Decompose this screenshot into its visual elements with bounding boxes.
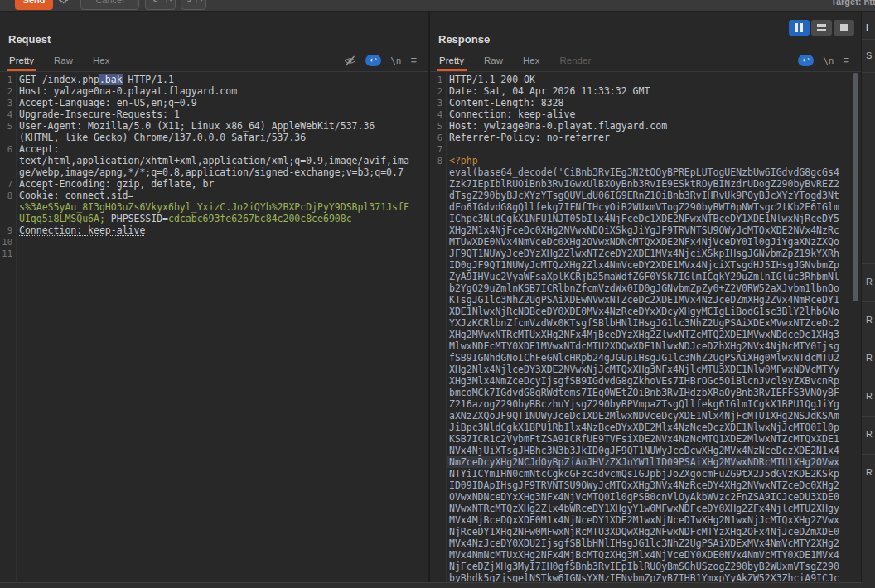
response-line[interactable]: 7	[430, 143, 861, 155]
request-line[interactable]: UIqq5i8LMSQu6A; PHPSESSID=cdcabc693fe626…	[0, 213, 428, 224]
response-line[interactable]: XHg3Mlx4NmZceDcyIjsgfSB9IGdvdG8gZkhoVEs7…	[430, 375, 861, 387]
response-line[interactable]: 5Host: ywlzage0na-0.playat.flagyard.com	[430, 120, 861, 132]
response-line[interactable]: fSB9IGNhdGNoIChFeGNlcHRpb24gJGUpIHsgJG1l…	[430, 352, 861, 364]
newline-icon[interactable]	[823, 55, 834, 67]
response-line[interactable]: MlwxNDFcMTY0XDE1MVwxNTdcMTU2XDQwXDE1Nlwx…	[430, 340, 861, 352]
response-line[interactable]: bmcoMCk7IGdvdG8gRWdtems7IEg0WEtZOiBnb3Rv…	[430, 387, 861, 398]
response-line[interactable]: b2YgQ29uZmlnKSB7ICRlbnZfcmVzdWx0ID0gJGNv…	[430, 282, 861, 294]
response-line[interactable]: XDE1NlwxNjRcNDBceDY0XDE0MVx4NzRceDYxXDcy…	[430, 306, 861, 317]
line-number	[430, 248, 446, 259]
newline-icon[interactable]	[390, 55, 401, 67]
back-arrow-label: <	[146, 0, 166, 5]
menu-icon[interactable]	[410, 55, 417, 66]
inspector-section-header[interactable]: R	[862, 263, 875, 301]
response-line[interactable]: 1HTTP/1.1 200 OK	[430, 74, 861, 85]
response-line[interactable]: 2Date: Sat, 04 Apr 2026 11:33:32 GMT	[430, 85, 861, 97]
response-line[interactable]: MVx4NmNcMTUxXHg2NFx4MjBcMTQzXHg3Mlx4NjVc…	[430, 549, 861, 561]
response-line[interactable]: MVx4MjBceDQxXDE0M1x4NjNceDY1XDE2M1wxNjNc…	[430, 514, 861, 526]
rows-layout-button[interactable]	[811, 20, 832, 36]
word-wrap-icon[interactable]	[798, 55, 814, 66]
inspector-section-header[interactable]: R	[862, 301, 875, 340]
history-back-button[interactable]: <	[145, 0, 176, 10]
response-editor[interactable]: 1HTTP/1.1 200 OK2Date: Sat, 04 Apr 2026 …	[430, 71, 861, 588]
response-line[interactable]: MVx4NzJceDY0XDU2IjsgfSBlbHNlIHsgJG1lc3Nh…	[430, 537, 861, 549]
response-line[interactable]: KSB7ICR1c2VybmFtZSA9ICRfUE9TVFsiXDE2NVx4…	[430, 433, 861, 445]
chevron-down-icon[interactable]	[196, 0, 205, 3]
request-line[interactable]: 6Accept:	[0, 143, 428, 155]
response-line[interactable]: ID09IDApIHsgJF9TRVNTSU9OWyJcMTQxXHg3NVx4…	[430, 480, 861, 491]
response-line[interactable]: XHg2M1x4NjFceDc0XHg2NVwxNDQiXSkgJiYgJF9T…	[430, 224, 861, 236]
response-line[interactable]: XHg2Nlx4NjlceDY3XDE2NVwxNjJcMTQxXHg3NFx4…	[430, 364, 861, 375]
chevron-down-icon[interactable]	[166, 0, 175, 3]
response-line[interactable]: Z216azogZ290byBBczhuYjsgZ290byBPVmpaZTsg…	[430, 398, 861, 410]
response-line[interactable]: eval(base64_decode('CiBnb3RvIEg3N2tQOyBP…	[430, 166, 861, 178]
target-label: Target: htt	[831, 0, 875, 7]
inspector-section-header[interactable]: R	[862, 416, 875, 454]
gear-icon[interactable]	[58, 0, 69, 5]
response-line[interactable]: ZyA9IHVuc2VyaWFsaXplKCRjb25maWdfZGF0YSk7…	[430, 271, 861, 282]
cancel-button[interactable]: Cancel	[80, 0, 139, 10]
menu-icon[interactable]	[843, 55, 849, 66]
response-line[interactable]: 4Connection: keep-alive	[430, 108, 861, 120]
response-scrollbar-thumb[interactable]	[853, 73, 858, 301]
response-line[interactable]: NmZceDcyXHg2NCJdOyBpZiAoJHVzZXJuYW1lID09…	[430, 456, 861, 468]
tab-response-raw[interactable]: Raw	[484, 50, 503, 71]
tab-request-hex[interactable]: Hex	[93, 50, 109, 71]
request-line[interactable]: 10	[0, 236, 428, 248]
request-line[interactable]: 7Accept-Encoding: gzip, deflate, br	[0, 178, 428, 190]
inspector-section-header[interactable]: R	[862, 378, 875, 416]
request-line[interactable]: ge/webp,image/apng,*/*;q=0.8,application…	[0, 166, 428, 178]
tab-request-pretty[interactable]: Pretty	[9, 50, 34, 71]
response-line[interactable]: dFo6IGdvdG8gQllfekg7IFNfTHcyOiB2WUxmVTog…	[430, 201, 861, 213]
tab-request-raw[interactable]: Raw	[54, 50, 73, 71]
line-number	[430, 491, 446, 503]
line-number	[430, 201, 446, 213]
response-line[interactable]: dTsgZ290byBJcXYzYTsgQUVLdU06IG9ERnZ1OiBn…	[430, 190, 861, 201]
response-line[interactable]: MTUwXDE0NVx4NmVceDc0XHg2OVwxNDNcMTQxXDE2…	[430, 236, 861, 248]
response-line[interactable]: JF9QT1NUWyJceDYzXHg2ZlwxNTZceDY2XDE1MVx4…	[430, 248, 861, 259]
line-number: 8	[430, 155, 446, 166]
tab-response-hex[interactable]: Hex	[523, 50, 539, 71]
columns-layout-button[interactable]	[789, 20, 810, 36]
request-line[interactable]: 8Cookie: connect.sid=	[0, 190, 428, 201]
inspector-section-header[interactable]: R	[862, 340, 875, 378]
response-line[interactable]: IChpc3NldCgkX1NFU1NJT05bIlx4NjFceDc1XDE2…	[430, 213, 861, 224]
request-line[interactable]: 2Host: ywlzage0na-0.playat.flagyard.com	[0, 85, 428, 97]
inspector-section-header[interactable]: S	[862, 40, 875, 73]
request-line[interactable]: 3Accept-Language: en-US,en;q=0.9	[0, 97, 428, 108]
response-line[interactable]: 6Referrer-Policy: no-referrer	[430, 132, 861, 143]
tab-response-pretty[interactable]: Pretty	[439, 50, 464, 71]
history-forward-button[interactable]: >	[181, 0, 206, 10]
send-button[interactable]: Send	[15, 0, 53, 10]
single-layout-button[interactable]	[834, 20, 854, 36]
response-line[interactable]: YXJzKCRlbnZfcmVzdWx0KTsgfSBlbHNlIHsgJG1l…	[430, 317, 861, 329]
response-line[interactable]: Zzk7IEpIblRUOiBnb3RvIGwxUlBXOyBnb3RvIE9E…	[430, 178, 861, 190]
response-line[interactable]: 3Content-Length: 8328	[430, 97, 861, 108]
word-wrap-icon[interactable]	[365, 55, 381, 66]
request-line[interactable]: 9Connection: keep-alive	[0, 224, 428, 236]
response-line[interactable]: OVwxNDNceDYxXHg3NFx4NjVcMTQ0Il0gPSB0cnVl…	[430, 491, 861, 503]
response-line[interactable]: XHg2MVwxNTRcMTUxXHg2NFx4MjBceDYzXHg2Zlwx…	[430, 329, 861, 340]
request-line[interactable]: 11	[0, 248, 428, 259]
response-line[interactable]: NjFceDZjXHg3MyI7IH0gfSBnb3RvIEpIblRUOyBm…	[430, 561, 861, 572]
response-line[interactable]: NjRceDY1XHg2NFw0MFwxNjRcMTU3XDQwXHg2NFwx…	[430, 526, 861, 537]
request-line[interactable]: s%3AeS5yAu_8I3gHO3uZs6Vkyx6byl_YxizC.Jo2…	[0, 201, 428, 213]
response-line[interactable]: NVwxNTRcMTQzXHg2Zlx4bWRceDY1XHgyY1w0MFwx…	[430, 503, 861, 514]
line-number	[430, 549, 446, 561]
request-editor[interactable]: 1GET /index.php.bak HTTP/1.12Host: ywlza…	[0, 71, 428, 588]
line-number	[430, 236, 446, 248]
response-line[interactable]: KTsgJG1lc3NhZ2UgPSAiXDEwNVwxNTZceDc2XDE1…	[430, 294, 861, 306]
response-line[interactable]: 8<?php	[430, 155, 861, 166]
response-line[interactable]: JiBpc3NldCgkX1BPU1RbIlx4NzBceDYxXDE2Mlx4…	[430, 422, 861, 433]
inspector-section-header[interactable]: R	[862, 454, 875, 492]
response-line[interactable]: ID0gJF9QT1NUWyJcMTQzXHg2Zlx4NmVceDY2XDE1…	[430, 259, 861, 271]
request-line[interactable]: 1GET /index.php.bak HTTP/1.1	[0, 74, 428, 85]
request-line[interactable]: text/html,application/xhtml+xml,applicat…	[0, 155, 428, 166]
response-line[interactable]: aXNzZXQoJF9QT1NUWyJceDc1XDE2MlwxNDVceDcy…	[430, 410, 861, 422]
hide-matches-icon[interactable]	[344, 55, 356, 66]
request-line[interactable]: (KHTML, like Gecko) Chrome/137.0.0.0 Saf…	[0, 132, 428, 143]
request-line[interactable]: 5User-Agent: Mozilla/5.0 (X11; Linux x86…	[0, 120, 428, 132]
response-line[interactable]: NVx4NjUiXTsgJHBhc3N3b3JkID0gJF9QT1NUWyJc…	[430, 445, 861, 456]
request-line[interactable]: 4Upgrade-Insecure-Requests: 1	[0, 108, 428, 120]
response-line[interactable]: NTYiICYmIHN0cmNtcCgkcGFzc3dvcmQsIGJpbjJo…	[430, 468, 861, 480]
